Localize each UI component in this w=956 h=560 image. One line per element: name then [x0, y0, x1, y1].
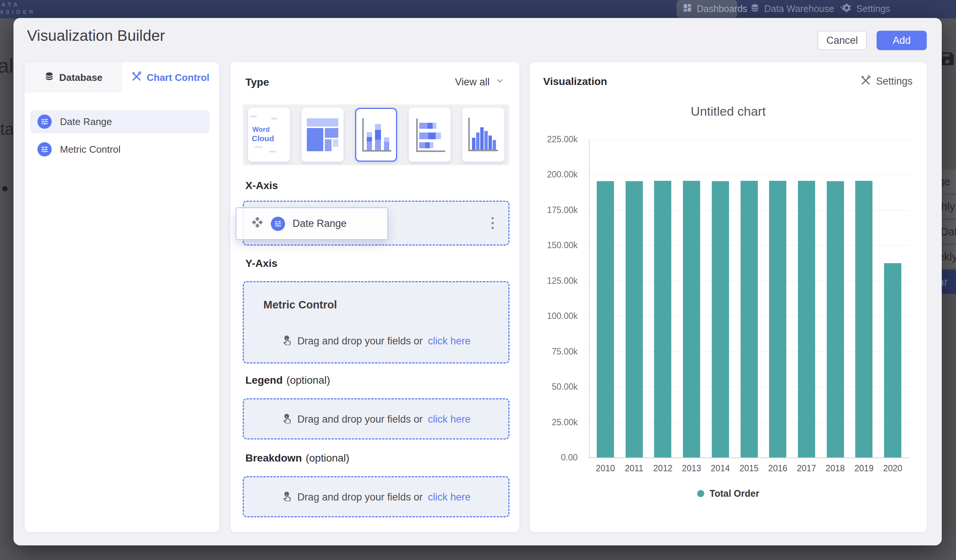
y-axis-tick: 50.00k	[530, 382, 578, 392]
field-date-range[interactable]: Date Range	[30, 110, 210, 133]
legend-drag-hint: Drag and drop your fields or click here	[244, 413, 508, 426]
chart-type-column[interactable]	[462, 108, 504, 162]
y-axis-tick: 125.00k	[530, 276, 578, 286]
y-axis-line	[589, 139, 590, 457]
date-range-chip[interactable]: Date Range	[236, 207, 388, 240]
chart-legend: Total Order	[530, 488, 927, 499]
field-label: Date Range	[60, 116, 112, 128]
legend-series-label: Total Order	[709, 488, 759, 499]
legend-optional-label: (optional)	[286, 374, 330, 386]
nav-data-warehouse: Data Warehouse	[750, 0, 847, 17]
drag-hint-text: Drag and drop your fields or	[297, 336, 423, 347]
x-axis-tick: 2012	[648, 463, 677, 474]
y-axis-tick: 100.00k	[530, 311, 578, 321]
wordcloud-art: aves	[250, 115, 256, 118]
click-here-link[interactable]: click here	[428, 491, 470, 503]
y-axis-tick: 225.00k	[530, 134, 578, 144]
app-topbar: DATA INSIDER Dashboards Data Warehouse S…	[0, 0, 956, 18]
y-axis-tick: 25.00k	[530, 417, 578, 427]
bar-2015	[741, 181, 758, 457]
y-axis-drag-hint: Drag and drop your fields or click here	[244, 335, 508, 348]
chart-type-strip: aves data Word Cloud cloud word	[243, 104, 509, 165]
gridline	[589, 174, 910, 175]
bar-2012	[654, 181, 671, 457]
view-all-button[interactable]: View all	[455, 76, 504, 88]
x-axis-tick: 2019	[849, 463, 879, 474]
chart-type-treemap[interactable]	[302, 108, 344, 162]
kebab-menu-icon[interactable]	[485, 213, 500, 233]
nav-data-warehouse-label: Data Warehouse	[764, 3, 834, 14]
x-axis-tick: 2017	[792, 463, 821, 474]
bg-bullet	[2, 186, 8, 191]
field-metric-control[interactable]: Metric Control	[30, 138, 210, 161]
drag-hint-text: Drag and drop your fields or	[297, 414, 423, 425]
fields-tabs: Database Chart Control	[25, 62, 219, 93]
y-axis-tick: 200.00k	[530, 169, 578, 180]
legend-dropzone[interactable]: Drag and drop your fields or click here	[243, 398, 509, 439]
control-icon	[38, 115, 52, 129]
database-icon	[750, 3, 760, 15]
cancel-button[interactable]: Cancel	[818, 31, 867, 50]
chart-type-stacked-bar[interactable]	[409, 108, 451, 162]
nav-settings: Settings	[841, 0, 890, 17]
bar-chart: 225.00k200.00k175.00k150.00k125.00k100.0…	[530, 62, 927, 532]
tab-database[interactable]: Database	[25, 62, 122, 93]
fields-panel: Database Chart Control	[25, 62, 219, 532]
visualization-builder-modal: Visualization Builder Cancel Add Databas…	[14, 18, 942, 545]
y-axis-zone-title: Metric Control	[263, 299, 337, 311]
x-axis-tick: 2013	[677, 463, 706, 474]
chart-type-word-cloud[interactable]: aves data Word Cloud cloud word	[248, 108, 290, 162]
touch-icon	[282, 491, 292, 504]
add-button[interactable]: Add	[877, 31, 927, 50]
y-axis-tick: 150.00k	[530, 240, 578, 251]
app-logo: DATA INSIDER	[0, 1, 36, 16]
y-axis-tick: 75.00k	[530, 347, 578, 357]
bar-2011	[626, 181, 643, 457]
y-axis-dropzone[interactable]: Metric Control Drag and drop your fields…	[243, 281, 509, 364]
y-axis-tick: 0.00	[530, 453, 578, 463]
wordcloud-art: data	[271, 117, 277, 120]
wordcloud-art: cloud	[255, 145, 262, 149]
bar-2013	[683, 181, 700, 457]
bg-text-fragment-2: ota	[0, 120, 14, 138]
chip-label: Date Range	[292, 218, 346, 229]
nav-dashboards-label: Dashboards	[697, 3, 747, 14]
drag-hint-text: Drag and drop your fields or	[297, 491, 423, 503]
bar-2016	[769, 181, 786, 457]
y-axis-tick: 175.00k	[530, 205, 578, 215]
bar-2019	[855, 181, 873, 457]
control-icon	[38, 142, 52, 157]
tab-chart-control[interactable]: Chart Control	[122, 62, 220, 93]
x-axis-tick: 2014	[706, 463, 735, 474]
wordcloud-word1: Word	[253, 126, 270, 133]
database-icon	[44, 71, 54, 84]
chart-type-stacked-column[interactable]	[355, 108, 397, 162]
nav-settings-label: Settings	[856, 3, 890, 14]
x-axis-tick: 2018	[821, 463, 850, 474]
tab-chart-control-label: Chart Control	[146, 72, 209, 83]
dashboard-icon	[682, 3, 692, 15]
bar-2018	[827, 181, 844, 457]
bar-2020	[884, 263, 901, 457]
breakdown-dropzone[interactable]: Drag and drop your fields or click here	[243, 476, 509, 517]
x-axis-tick: 2010	[591, 463, 620, 474]
bar-2010	[597, 181, 614, 457]
x-axis-tick: 2011	[620, 463, 649, 474]
touch-icon	[282, 413, 292, 426]
click-here-link[interactable]: click here	[428, 336, 470, 347]
x-axis-heading: X-Axis	[245, 180, 278, 191]
x-axis-tick: 2016	[763, 463, 792, 474]
visualization-panel: Visualization Settings Untitled chart 22…	[530, 62, 927, 532]
click-here-link[interactable]: click here	[428, 414, 470, 425]
touch-icon	[282, 335, 292, 348]
legend-swatch	[697, 490, 704, 497]
wordcloud-art: word	[269, 150, 275, 153]
breakdown-heading: Breakdown(optional)	[245, 452, 349, 464]
breakdown-drag-hint: Drag and drop your fields or click here	[244, 491, 508, 504]
modal-title: Visualization Builder	[27, 27, 165, 44]
x-axis-tick: 2020	[878, 463, 907, 474]
builder-panel: Type View all aves data Word Cloud cloud…	[230, 62, 519, 532]
bar-2017	[798, 181, 815, 457]
gridline	[589, 139, 910, 140]
chevron-down-icon	[495, 76, 504, 88]
